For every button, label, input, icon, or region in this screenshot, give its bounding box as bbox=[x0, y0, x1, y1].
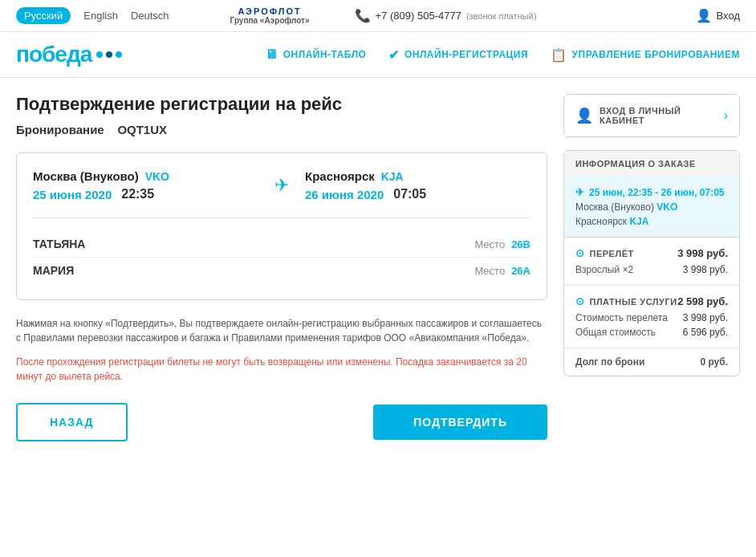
booking-label: Бронирование bbox=[16, 123, 104, 136]
order-adult-line: Взрослый ×2 3 998 руб. bbox=[575, 264, 728, 275]
order-route-origin: Москва (Внуково) VKO bbox=[575, 201, 728, 213]
nav-link-label-1: ОНЛАЙН-ТАБЛО bbox=[283, 49, 367, 60]
dest-time: 07:05 bbox=[393, 187, 426, 201]
flight-cost-label: Стоимость перелета bbox=[575, 312, 668, 323]
seat-label-1: Место bbox=[474, 238, 505, 250]
buttons-row: НАЗАД ПОДТВЕРДИТЬ bbox=[16, 403, 547, 441]
order-section-services: ⊙ ПЛАТНЫЕ УСЛУГИ 2 598 руб. Стоимость пе… bbox=[564, 286, 739, 348]
phone-number: +7 (809) 505-4777 bbox=[376, 10, 461, 22]
passenger-name-2: МАРИЯ bbox=[33, 264, 474, 277]
login-label: Вход bbox=[717, 10, 740, 22]
warning-notice: После прохождения регистрации билеты не … bbox=[16, 355, 547, 384]
aeroflot-name: АЭРОФЛОТ bbox=[238, 6, 301, 16]
order-debt-line: Долг по брони 0 руб. bbox=[564, 348, 739, 376]
flight-small-icon: ✈ bbox=[575, 186, 584, 198]
logo-dot-1 bbox=[96, 51, 103, 58]
lang-ru-button[interactable]: Русский bbox=[16, 7, 71, 24]
sidebar-login-box[interactable]: 👤 ВХОД В ЛИЧНЫЙ КАБИНЕТ › bbox=[563, 94, 740, 137]
nav-links: 🖥 ОНЛАЙН-ТАБЛО ✔ ОНЛАЙН-РЕГИСТРАЦИЯ 📋 УП… bbox=[265, 47, 740, 63]
total-label: Общая стоимость bbox=[575, 327, 656, 338]
section-services-price: 2 598 руб. bbox=[677, 295, 728, 307]
nav-bar: победа 🖥 ОНЛАЙН-ТАБЛО ✔ ОНЛАЙН-РЕГИСТРАЦ… bbox=[0, 32, 756, 78]
seat-label-2: Место bbox=[474, 265, 505, 277]
confirm-button[interactable]: ПОДТВЕРДИТЬ bbox=[373, 405, 547, 440]
login-block[interactable]: 👤 Вход bbox=[696, 8, 740, 23]
booking-icon: 📋 bbox=[551, 47, 567, 63]
dest-city-block: Красноярск KJA 26 июня 2020 07:05 bbox=[305, 169, 530, 201]
order-dest-code: KJA bbox=[629, 216, 648, 227]
sidebar-login-left: 👤 ВХОД В ЛИЧНЫЙ КАБИНЕТ bbox=[575, 106, 724, 125]
nav-online-checkin[interactable]: ✔ ОНЛАЙН-РЕГИСТРАЦИЯ bbox=[388, 47, 528, 63]
passenger-row: МАРИЯ Место 26A bbox=[33, 258, 530, 283]
seat-number-2: 26A bbox=[511, 265, 530, 277]
main-content: Подтверждение регистрации на рейс Бронир… bbox=[0, 78, 756, 457]
order-section-services-title: ⊙ ПЛАТНЫЕ УСЛУГИ bbox=[575, 295, 677, 307]
nav-online-board[interactable]: 🖥 ОНЛАЙН-ТАБЛО bbox=[265, 47, 366, 62]
adult-price: 3 998 руб. bbox=[683, 264, 728, 275]
passengers-list: ТАТЬЯНА Место 26B МАРИЯ Место 26A bbox=[33, 231, 530, 283]
origin-city-name: Москва (Внуково) VKO bbox=[33, 169, 258, 183]
order-section-flight-title: ⊙ ПЕРЕЛЁТ bbox=[575, 247, 634, 259]
origin-city-block: Москва (Внуково) VKO 25 июня 2020 22:35 bbox=[33, 169, 258, 201]
section-services-label: ПЛАТНЫЕ УСЛУГИ bbox=[590, 297, 677, 307]
order-flight-cost-line: Стоимость перелета 3 998 руб. bbox=[575, 312, 728, 323]
order-flight-times: ✈ 25 июн, 22:35 - 26 июн, 07:05 bbox=[575, 186, 728, 198]
order-total-line: Общая стоимость 6 596 руб. bbox=[575, 327, 728, 338]
right-sidebar: 👤 ВХОД В ЛИЧНЫЙ КАБИНЕТ › ИНФОРМАЦИЯ О З… bbox=[563, 94, 740, 441]
passenger-name-1: ТАТЬЯНА bbox=[33, 238, 474, 250]
seat-number-1: 26B bbox=[511, 238, 530, 250]
user-cabinet-icon: 👤 bbox=[575, 107, 593, 124]
logo-dots bbox=[96, 51, 122, 58]
nav-link-label-2: ОНЛАЙН-РЕГИСТРАЦИЯ bbox=[404, 49, 528, 60]
lang-de-button[interactable]: Deutsch bbox=[131, 10, 169, 22]
origin-city-code: VKO bbox=[145, 170, 169, 183]
debt-label: Долг по брони bbox=[575, 356, 644, 368]
nav-manage-booking[interactable]: 📋 УПРАВЛЕНИЕ БРОНИРОВАНИЕМ bbox=[551, 47, 740, 63]
booking-code: OQT1UX bbox=[117, 123, 167, 136]
section-flight-price: 3 998 руб. bbox=[677, 247, 728, 259]
order-flight-times-text: 25 июн, 22:35 - 26 июн, 07:05 bbox=[589, 187, 725, 198]
board-icon: 🖥 bbox=[265, 47, 278, 62]
order-info-title: ИНФОРМАЦИЯ О ЗАКАЗЕ bbox=[564, 151, 739, 177]
origin-time: 22:35 bbox=[121, 187, 154, 201]
order-origin-code: VKO bbox=[656, 201, 677, 213]
dest-city-code: KJA bbox=[381, 170, 404, 183]
order-origin-city: Москва (Внуково) bbox=[575, 201, 654, 213]
services-section-icon: ⊙ bbox=[575, 295, 585, 307]
flight-header: Москва (Внуково) VKO 25 июня 2020 22:35 … bbox=[33, 169, 530, 201]
phone-note: (звонок платный) bbox=[466, 11, 537, 21]
terms-notice: Нажимая на кнопку «Подтвердить», Вы подт… bbox=[16, 316, 547, 345]
debt-price: 0 руб. bbox=[700, 356, 728, 368]
adult-label: Взрослый ×2 bbox=[575, 264, 633, 275]
lang-en-button[interactable]: English bbox=[83, 10, 118, 22]
section-flight-label: ПЕРЕЛЁТ bbox=[590, 249, 634, 258]
order-dest-city: Красноярск bbox=[575, 216, 627, 227]
logo-dot-2 bbox=[106, 51, 112, 58]
origin-city-text: Москва (Внуково) bbox=[33, 169, 139, 183]
order-section-flight: ⊙ ПЕРЕЛЁТ 3 998 руб. Взрослый ×2 3 998 р… bbox=[564, 238, 739, 286]
page-title: Подтверждение регистрации на рейс bbox=[16, 94, 547, 115]
left-content: Подтверждение регистрации на рейс Бронир… bbox=[16, 94, 547, 441]
aeroflot-group: Группа «Аэрофлот» bbox=[230, 16, 310, 25]
sidebar-login-text: ВХОД В ЛИЧНЫЙ КАБИНЕТ bbox=[600, 106, 724, 125]
order-info-box: ИНФОРМАЦИЯ О ЗАКАЗЕ ✈ 25 июн, 22:35 - 26… bbox=[563, 150, 740, 376]
flight-cost-price: 3 998 руб. bbox=[683, 312, 728, 323]
flight-card: Москва (Внуково) VKO 25 июня 2020 22:35 … bbox=[16, 152, 547, 300]
flight-divider bbox=[33, 218, 530, 218]
order-flight-detail: ✈ 25 июн, 22:35 - 26 июн, 07:05 Москва (… bbox=[564, 177, 739, 238]
order-section-flight-header: ⊙ ПЕРЕЛЁТ 3 998 руб. bbox=[575, 247, 728, 259]
back-button[interactable]: НАЗАД bbox=[16, 403, 128, 441]
dest-city-text: Красноярск bbox=[305, 169, 375, 183]
order-route-dest: Красноярск KJA bbox=[575, 216, 728, 227]
dest-date: 26 июня 2020 bbox=[305, 188, 384, 201]
aeroflot-logo: АЭРОФЛОТ Группа «Аэрофлот» bbox=[230, 6, 310, 25]
top-bar: Русский English Deutsch АЭРОФЛОТ Группа … bbox=[0, 0, 756, 32]
phone-block: 📞 +7 (809) 505-4777 (звонок платный) bbox=[355, 8, 537, 23]
booking-ref: Бронирование OQT1UX bbox=[16, 123, 547, 136]
nav-link-label-3: УПРАВЛЕНИЕ БРОНИРОВАНИЕМ bbox=[572, 49, 740, 60]
logo-dot-3 bbox=[116, 51, 122, 58]
logo[interactable]: победа bbox=[16, 42, 122, 67]
passenger-row: ТАТЬЯНА Место 26B bbox=[33, 231, 530, 258]
order-section-services-header: ⊙ ПЛАТНЫЕ УСЛУГИ 2 598 руб. bbox=[575, 295, 728, 307]
checkin-icon: ✔ bbox=[388, 47, 400, 63]
